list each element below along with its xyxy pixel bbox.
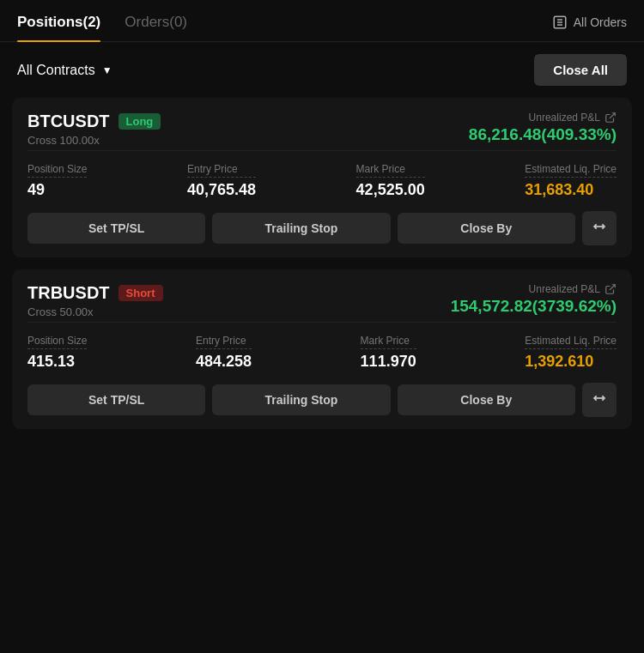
card-top-btcusdt: BTCUSDT Long Cross 100.00x Unrealized P&… [27, 112, 617, 147]
svg-line-6 [610, 285, 615, 290]
divider-trb [27, 322, 617, 323]
pnl-value: 86,216.48(409.33%) [469, 125, 617, 144]
stats-row-trbusdt: Position Size 415.13 Entry Price 484.258… [27, 335, 617, 371]
stat-liq-price-trb: Estimated Liq. Price 1,392.610 [525, 335, 617, 371]
stat-position-size: Position Size 49 [27, 163, 87, 199]
pnl-label-trb: Unrealized P&L [451, 283, 617, 295]
external-link-icon-trb[interactable] [605, 283, 617, 295]
all-orders-button[interactable]: All Orders [552, 15, 627, 40]
swap-button-btcusdt[interactable] [582, 211, 617, 245]
close-by-button-trbusdt[interactable]: Close By [398, 384, 575, 415]
short-badge: Short [118, 285, 163, 301]
divider [27, 150, 617, 151]
external-link-icon[interactable] [605, 112, 617, 124]
leverage-label-trb: Cross 50.00x [27, 305, 163, 318]
symbol-row: BTCUSDT Long [27, 112, 161, 131]
stat-mark-price-trb: Mark Price 111.970 [361, 335, 416, 371]
tab-orders[interactable]: Orders(0) [125, 14, 187, 41]
position-card-trbusdt: TRBUSDT Short Cross 50.00x Unrealized P&… [12, 269, 632, 429]
stat-entry-price-trb: Entry Price 484.258 [196, 335, 252, 371]
set-tp-sl-button-btcusdt[interactable]: Set TP/SL [27, 213, 205, 244]
close-by-button-btcusdt[interactable]: Close By [398, 213, 575, 244]
symbol-section: BTCUSDT Long Cross 100.00x [27, 112, 161, 147]
stat-liq-price: Estimated Liq. Price 31,683.40 [525, 163, 617, 199]
swap-icon [592, 220, 606, 233]
sub-header: All Contracts ▼ Close All [0, 42, 644, 98]
set-tp-sl-button-trbusdt[interactable]: Set TP/SL [27, 384, 205, 415]
pnl-section: Unrealized P&L 86,216.48(409.33%) [469, 112, 617, 144]
chevron-down-icon: ▼ [102, 64, 112, 76]
tab-positions[interactable]: Positions(2) [17, 14, 100, 41]
pnl-value-trb: 154,572.82(3739.62%) [451, 297, 617, 316]
actions-row-trbusdt: Set TP/SL Trailing Stop Close By [27, 383, 617, 417]
leverage-label: Cross 100.00x [27, 134, 161, 147]
header: Positions(2) Orders(0) All Orders [0, 0, 644, 42]
stat-entry-price: Entry Price 40,765.48 [187, 163, 256, 199]
symbol-row-trb: TRBUSDT Short [27, 283, 163, 303]
trailing-stop-button-btcusdt[interactable]: Trailing Stop [212, 213, 390, 244]
position-card-btcusdt: BTCUSDT Long Cross 100.00x Unrealized P&… [12, 98, 632, 257]
pnl-section-trb: Unrealized P&L 154,572.82(3739.62%) [451, 283, 617, 316]
close-all-button[interactable]: Close All [534, 54, 627, 86]
stat-mark-price: Mark Price 42,525.00 [356, 163, 425, 199]
symbol-label-trb: TRBUSDT [27, 283, 110, 303]
stat-position-size-trb: Position Size 415.13 [27, 335, 87, 371]
trailing-stop-button-trbusdt[interactable]: Trailing Stop [212, 384, 390, 415]
swap-icon-trb [592, 391, 606, 405]
pnl-label: Unrealized P&L [469, 112, 617, 124]
actions-row-btcusdt: Set TP/SL Trailing Stop Close By [27, 211, 617, 245]
svg-line-4 [610, 113, 615, 118]
symbol-label: BTCUSDT [27, 112, 110, 131]
swap-button-trbusdt[interactable] [582, 383, 617, 417]
long-badge: Long [118, 113, 161, 130]
card-top-trbusdt: TRBUSDT Short Cross 50.00x Unrealized P&… [27, 283, 617, 318]
list-icon [552, 15, 568, 30]
stats-row-btcusdt: Position Size 49 Entry Price 40,765.48 M… [27, 163, 617, 199]
contracts-dropdown[interactable]: All Contracts ▼ [17, 63, 112, 78]
symbol-section-trb: TRBUSDT Short Cross 50.00x [27, 283, 163, 318]
